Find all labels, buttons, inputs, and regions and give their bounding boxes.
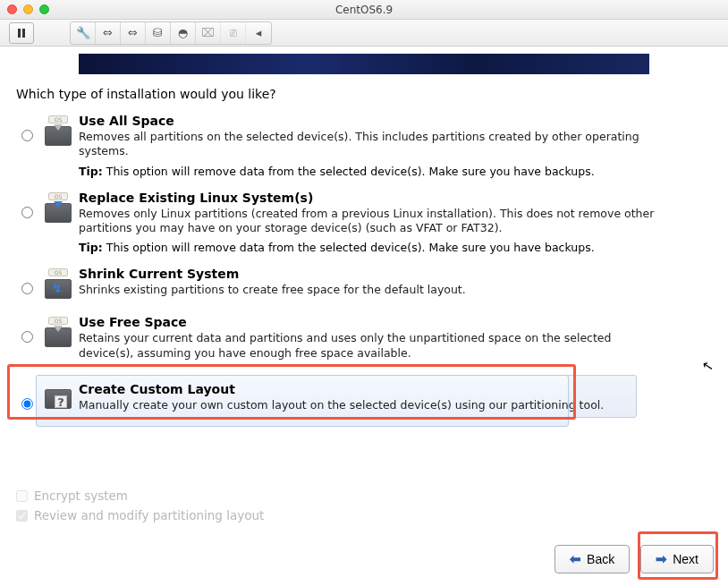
option-replace-linux[interactable]: OS Replace Existing Linux System(s) Remo…: [16, 187, 712, 264]
review-partitioning-checkbox[interactable]: Review and modify partitioning layout: [16, 508, 264, 522]
option-title: Use Free Space: [79, 315, 658, 329]
option-tip: Tip: This option will remove data from t…: [79, 241, 658, 254]
option-desc: Removes only Linux partitions (created f…: [79, 207, 658, 236]
next-button[interactable]: ➡ Next: [640, 545, 714, 573]
option-title: Use All Space: [79, 114, 658, 128]
drive-icon: OS: [43, 192, 73, 223]
option-desc: Shrinks existing partitions to create fr…: [79, 283, 658, 297]
usb-icon[interactable]: ⎚: [221, 22, 246, 44]
option-shrink[interactable]: OS ↯ Shrink Current System Shrinks exist…: [16, 263, 712, 311]
option-free-space[interactable]: OS Use Free Space Retains your current d…: [16, 311, 712, 375]
option-title: Replace Existing Linux System(s): [79, 191, 658, 205]
drive-icon: ?: [43, 384, 73, 414]
install-type-options: OS Use All Space Removes all partitions …: [16, 110, 712, 432]
arrow-right-icon: ➡: [656, 551, 667, 567]
install-type-question: Which type of installation would you lik…: [16, 87, 712, 101]
fit-guest-icon[interactable]: ⇔: [96, 22, 121, 44]
vm-toolbar: 🔧 ⇔ ⇔ ⛁ ◓ ⌧ ⎚ ◂: [0, 20, 728, 47]
back-label: Back: [587, 552, 614, 566]
settings-icon[interactable]: 🔧: [71, 22, 96, 44]
radio-shrink[interactable]: [21, 283, 33, 294]
drive-icon: OS ↯: [43, 268, 73, 299]
encrypt-label: Encrypt system: [34, 488, 128, 503]
pause-icon: [18, 29, 25, 38]
window-titlebar: CentOS6.9: [0, 0, 728, 20]
shrink-arrow-icon: ↯: [52, 281, 63, 295]
option-custom-layout[interactable]: ? Create Custom Layout Manually create y…: [16, 375, 712, 432]
encrypt-system-checkbox[interactable]: Encrypt system: [16, 488, 264, 503]
window-title: CentOS6.9: [0, 4, 728, 16]
question-mark-icon: ?: [55, 395, 67, 408]
option-desc: Removes all partitions on the selected d…: [79, 130, 658, 159]
fit-window-icon[interactable]: ⇔: [121, 22, 146, 44]
radio-free-space[interactable]: [21, 331, 33, 343]
floppy-icon[interactable]: ⌧: [196, 22, 221, 44]
arrow-left-icon: ⬅: [570, 551, 581, 567]
next-label: Next: [673, 552, 698, 566]
review-label: Review and modify partitioning layout: [34, 508, 264, 522]
drive-icon: OS: [43, 317, 73, 347]
review-checkbox-input[interactable]: [16, 510, 28, 522]
extra-options: Encrypt system Review and modify partiti…: [16, 488, 264, 522]
option-desc: Manually create your own custom layout o…: [79, 398, 658, 412]
radio-replace-linux[interactable]: [21, 207, 33, 218]
encrypt-checkbox-input[interactable]: [16, 490, 28, 502]
option-title: Shrink Current System: [79, 267, 658, 281]
pause-button[interactable]: [9, 22, 34, 44]
option-use-all-space[interactable]: OS Use All Space Removes all partitions …: [16, 110, 712, 187]
drive-icon: OS: [43, 115, 73, 146]
radio-use-all-space[interactable]: [21, 130, 33, 141]
radio-custom-layout[interactable]: [21, 398, 33, 410]
cd-icon[interactable]: ◓: [171, 22, 196, 44]
back-button[interactable]: ⬅ Back: [554, 545, 630, 573]
option-tip: Tip: This option will remove data from t…: [79, 165, 658, 178]
option-desc: Retains your current data and partitions…: [79, 331, 658, 361]
collapse-icon[interactable]: ◂: [246, 22, 271, 44]
installer-banner: [79, 54, 649, 74]
disk-icon[interactable]: ⛁: [146, 22, 171, 44]
option-title: Create Custom Layout: [79, 382, 658, 396]
